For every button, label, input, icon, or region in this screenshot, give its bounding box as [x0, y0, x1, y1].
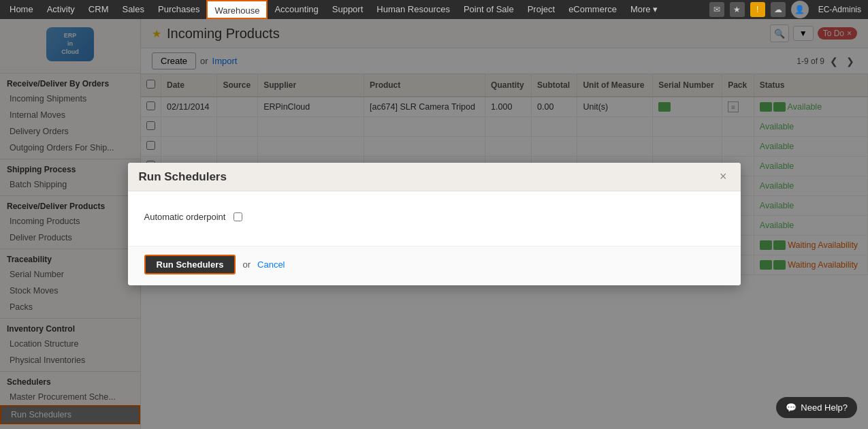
nav-item-project[interactable]: Project	[521, 0, 562, 19]
automatic-orderpoint-label: Automatic orderpoint	[144, 212, 226, 222]
chat-icon: 💬	[786, 402, 797, 413]
nav-item-pos[interactable]: Point of Sale	[457, 0, 521, 19]
modal-title: Run Schedulers	[139, 170, 227, 184]
modal-close-button[interactable]: ×	[717, 170, 730, 184]
cancel-button[interactable]: Cancel	[257, 259, 285, 270]
automatic-orderpoint-field: Automatic orderpoint	[144, 212, 724, 222]
nav-item-sales[interactable]: Sales	[115, 0, 151, 19]
nav-right-section: ✉ ★ ! ☁ 👤 EC-Adminis	[709, 1, 865, 18]
nav-item-more[interactable]: More ▾	[624, 0, 664, 19]
modal-overlay[interactable]: Run Schedulers × Automatic orderpoint Ru…	[0, 19, 868, 429]
top-navigation: Home Activity CRM Sales Purchases Wareho…	[0, 0, 868, 19]
run-schedulers-button[interactable]: Run Schedulers	[144, 255, 236, 274]
nav-item-warehouse[interactable]: Warehouse	[206, 0, 268, 19]
nav-item-accounting[interactable]: Accounting	[268, 0, 325, 19]
modal-footer: Run Schedulers or Cancel	[128, 246, 741, 285]
alert-icon[interactable]: !	[750, 2, 765, 17]
cloud-icon[interactable]: ☁	[771, 2, 786, 17]
star-icon[interactable]: ★	[730, 2, 745, 17]
nav-item-ecommerce[interactable]: eCommerce	[562, 0, 624, 19]
modal-header: Run Schedulers ×	[128, 163, 741, 191]
modal-or-label: or	[242, 259, 251, 270]
help-label: Need Help?	[801, 402, 848, 413]
run-schedulers-modal: Run Schedulers × Automatic orderpoint Ru…	[128, 163, 741, 285]
help-bubble[interactable]: 💬Need Help?	[776, 397, 857, 418]
mail-icon[interactable]: ✉	[709, 2, 724, 17]
nav-item-support[interactable]: Support	[325, 0, 370, 19]
nav-item-home[interactable]: Home	[3, 0, 40, 19]
nav-item-activity[interactable]: Activity	[40, 0, 82, 19]
user-label: EC-Adminis	[814, 5, 865, 14]
nav-item-crm[interactable]: CRM	[82, 0, 116, 19]
nav-item-hr[interactable]: Human Resources	[370, 0, 457, 19]
avatar-icon[interactable]: 👤	[791, 1, 809, 18]
modal-body: Automatic orderpoint	[128, 191, 741, 246]
nav-item-purchases[interactable]: Purchases	[151, 0, 206, 19]
automatic-orderpoint-checkbox[interactable]	[234, 212, 242, 221]
